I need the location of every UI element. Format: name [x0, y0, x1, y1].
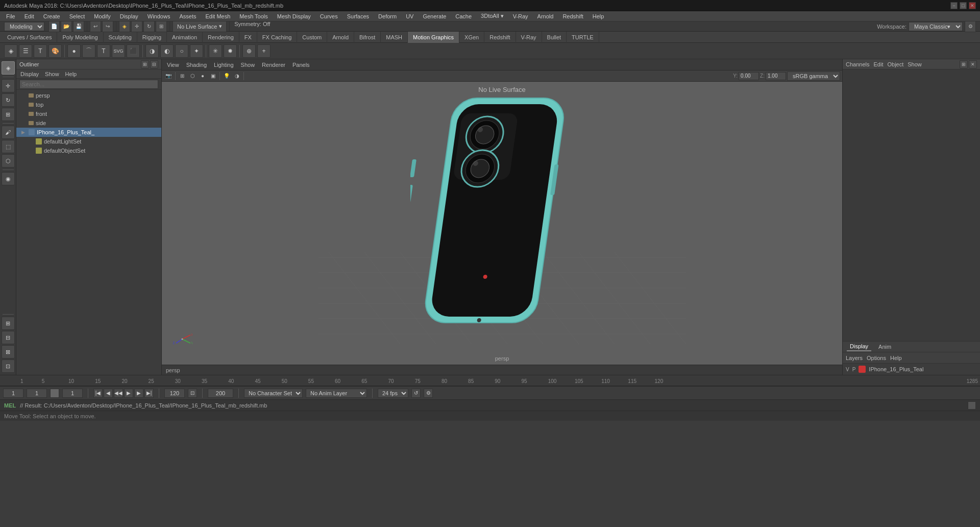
outliner-show-menu[interactable]: Show	[43, 70, 61, 78]
refresh-button[interactable]: ↺	[411, 389, 421, 398]
shelf-svg-button[interactable]: SVG	[112, 44, 125, 58]
workspace-settings-button[interactable]: ⚙	[965, 21, 976, 32]
no-character-set-dropdown[interactable]: No Character Set	[244, 389, 303, 398]
play-forward-button[interactable]: ▶	[124, 389, 133, 398]
layers-help-menu[interactable]: Help	[890, 355, 902, 361]
shelf-sphere-button[interactable]: ●	[67, 44, 81, 58]
mod-tab-arnold[interactable]: Arnold	[327, 32, 354, 43]
isolate-lp-button[interactable]: ◉	[2, 172, 15, 185]
viewport-shading-menu[interactable]: Shading	[183, 61, 210, 68]
menu-item-windows[interactable]: Windows	[143, 12, 175, 20]
mod-tab-motion-graphics[interactable]: Motion Graphics	[408, 32, 459, 43]
playback-toggle-button[interactable]: ⊡	[188, 389, 197, 398]
shelf-menu-button[interactable]: ☰	[19, 44, 32, 58]
menu-item-curves[interactable]: Curves	[316, 12, 342, 20]
menu-item-file[interactable]: File	[2, 12, 19, 20]
menu-item-arnold[interactable]: Arnold	[533, 12, 558, 20]
frame-color-swatch[interactable]	[50, 389, 59, 398]
outliner-item[interactable]: defaultObjectSet	[16, 146, 161, 155]
mod-tab-custom[interactable]: Custom	[297, 32, 327, 43]
menu-item-create[interactable]: Create	[39, 12, 64, 20]
shelf-paint-button[interactable]: 🎨	[48, 44, 62, 58]
exposure-input[interactable]	[739, 72, 759, 80]
menu-item-3dtoall-▾[interactable]: 3DtoAll ▾	[477, 12, 508, 20]
current-frame-field[interactable]	[27, 389, 47, 398]
scale-tool-button[interactable]: ⊞	[156, 21, 167, 32]
channels-expand-button[interactable]: ⊞	[960, 60, 968, 68]
shelf-light2-button[interactable]: ✸	[224, 44, 237, 58]
play-back-button[interactable]: ◀◀	[114, 389, 123, 398]
vp-textured-icon[interactable]: ▣	[208, 71, 217, 81]
outliner-item[interactable]: ▶IPhone_16_Plus_Teal_	[16, 128, 161, 137]
grid3-lp-button[interactable]: ⊠	[2, 345, 15, 358]
menu-item-generate[interactable]: Generate	[419, 12, 450, 20]
anim-settings-button[interactable]: ⚙	[424, 389, 433, 398]
viewport[interactable]: View Shading Lighting Show Renderer Pane…	[162, 59, 842, 375]
shelf-snap-button[interactable]: ⊕	[242, 44, 256, 58]
select-tool-lp-button[interactable]: ◈	[2, 61, 15, 75]
select-tool-button[interactable]: ◈	[119, 21, 130, 32]
mod-tab-poly-modeling[interactable]: Poly Modeling	[57, 32, 103, 43]
menu-item-cache[interactable]: Cache	[451, 12, 476, 20]
menu-item-v-ray[interactable]: V-Ray	[509, 12, 532, 20]
undo-button[interactable]: ↩	[90, 21, 101, 32]
layer-color-swatch[interactable]	[859, 366, 866, 373]
viewport-panels-menu[interactable]: Panels	[289, 61, 313, 68]
gamma-dropdown[interactable]: sRGB gamma	[787, 71, 840, 81]
mod-tab-turtle[interactable]: TURTLE	[567, 32, 599, 43]
mod-tab-fx[interactable]: FX	[239, 32, 257, 43]
shelf-text-button[interactable]: T	[34, 44, 47, 58]
mod-tab-xgen[interactable]: XGen	[459, 32, 484, 43]
outliner-item[interactable]: top	[16, 100, 161, 109]
prev-frame-button[interactable]: ◀	[104, 389, 113, 398]
maximize-button[interactable]: □	[960, 2, 967, 9]
anim-tab[interactable]: Anim	[875, 343, 894, 351]
menu-item-assets[interactable]: Assets	[175, 12, 200, 20]
menu-item-surfaces[interactable]: Surfaces	[343, 12, 373, 20]
object-menu[interactable]: Object	[887, 61, 903, 67]
viewport-lighting-menu[interactable]: Lighting	[211, 61, 237, 68]
shelf-light1-button[interactable]: ✳	[209, 44, 222, 58]
outliner-display-menu[interactable]: Display	[18, 70, 41, 78]
new-file-button[interactable]: 📄	[48, 21, 60, 32]
component-lp-button[interactable]: ⬡	[2, 154, 15, 167]
shelf-effect3-button[interactable]: ○	[175, 44, 188, 58]
grid1-lp-button[interactable]: ⊞	[2, 317, 15, 330]
playback-end-field[interactable]	[164, 389, 185, 398]
viewport-show-menu[interactable]: Show	[238, 61, 258, 68]
timeline[interactable]: 1510152025303540455055606570758085909510…	[0, 375, 980, 386]
redo-button[interactable]: ↪	[102, 21, 113, 32]
open-file-button[interactable]: 📂	[61, 21, 72, 32]
outliner-item[interactable]: defaultLightSet	[16, 137, 161, 146]
go-start-button[interactable]: |◀	[93, 389, 103, 398]
no-live-surface-button[interactable]: No Live Surface ▾	[173, 21, 227, 32]
next-frame-button[interactable]: ▶	[134, 389, 143, 398]
outliner-search[interactable]	[16, 79, 161, 90]
grid4-lp-button[interactable]: ⊡	[2, 360, 15, 373]
display-tab[interactable]: Display	[847, 342, 871, 351]
paint-tool-lp-button[interactable]: 🖌	[2, 126, 15, 139]
outliner-item[interactable]: front	[16, 109, 161, 118]
layers-menu[interactable]: Layers	[846, 355, 863, 361]
shelf-curve-button[interactable]: ⌒	[82, 44, 95, 58]
vp-grid-icon[interactable]: ⊞	[178, 71, 187, 81]
options-menu[interactable]: Options	[867, 355, 886, 361]
shelf-effect1-button[interactable]: ◑	[145, 44, 159, 58]
scale-tool-lp-button[interactable]: ⊞	[2, 108, 15, 121]
mod-tab-bullet[interactable]: Bullet	[542, 32, 567, 43]
close-button[interactable]: ✕	[969, 2, 976, 9]
mode-dropdown[interactable]: Modeling	[4, 22, 44, 31]
menu-item-mesh-tools[interactable]: Mesh Tools	[235, 12, 272, 20]
shelf-effect2-button[interactable]: ◐	[160, 44, 174, 58]
menu-item-help[interactable]: Help	[589, 12, 608, 20]
viewport-renderer-menu[interactable]: Renderer	[259, 61, 288, 68]
minimize-button[interactable]: −	[950, 2, 958, 9]
channels-menu[interactable]: Channels	[846, 61, 869, 67]
menu-item-edit-mesh[interactable]: Edit Mesh	[201, 12, 234, 20]
shelf-effect4-button[interactable]: ✦	[190, 44, 203, 58]
shelf-select-button[interactable]: ◈	[4, 44, 17, 58]
edit-menu[interactable]: Edit	[873, 61, 883, 67]
menu-item-deform[interactable]: Deform	[374, 12, 401, 20]
anim-end-field[interactable]	[208, 389, 233, 398]
grid2-lp-button[interactable]: ⊟	[2, 331, 15, 344]
